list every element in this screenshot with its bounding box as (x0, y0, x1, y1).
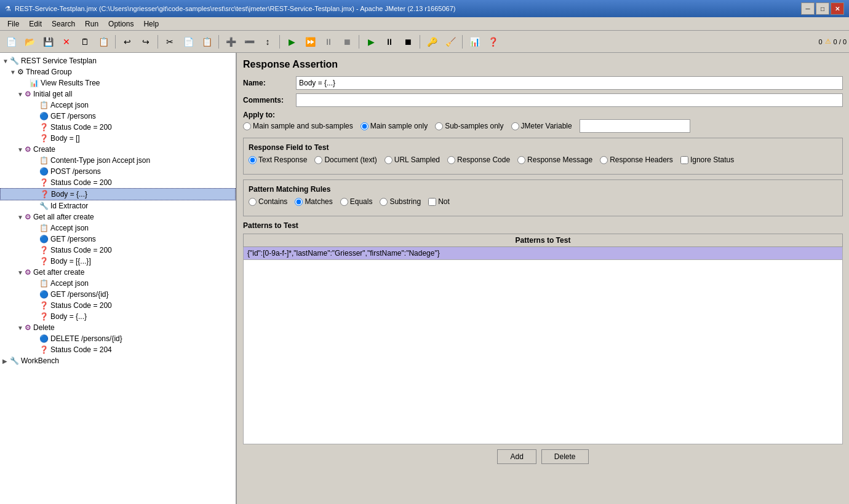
rf-response-code-radio[interactable] (447, 156, 455, 164)
cut-button[interactable]: ✂ (161, 34, 178, 50)
tree-item-status-code-200-4[interactable]: ❓ Status Code = 200 (0, 300, 236, 311)
clear-toolbar-button[interactable]: ↕ (259, 34, 276, 50)
tree-item-id-extractor[interactable]: 🔧 Id Extractor (0, 200, 236, 211)
apply-sub-only-radio[interactable] (435, 122, 443, 130)
tree-item-thread-group[interactable]: ▼ ⚙ Thread Group (0, 66, 236, 77)
shutdown-remote-button[interactable]: ⏹ (399, 34, 417, 50)
new-button[interactable]: 📄 (2, 34, 20, 50)
stop-button[interactable]: ⏸ (320, 34, 337, 50)
tree-item-accept-json-3[interactable]: 📋 Accept json (0, 278, 236, 289)
start-no-pause-button[interactable]: ⏩ (301, 34, 319, 50)
menu-search[interactable]: Search (47, 18, 80, 30)
tree-item-status-code-200-2[interactable]: ❓ Status Code = 200 (0, 177, 236, 188)
clear-all-button[interactable]: 🧹 (442, 34, 459, 50)
maximize-button[interactable]: □ (816, 2, 829, 15)
start-remote-button[interactable]: ▶ (362, 34, 380, 50)
name-input[interactable] (296, 76, 843, 90)
rf-document[interactable]: Document (text) (314, 156, 377, 164)
tree-item-body-arr[interactable]: ❓ Body = [{...}] (0, 256, 236, 267)
tree-item-accept-json-2[interactable]: 📋 Accept json (0, 222, 236, 234)
pm-matches-radio[interactable] (295, 198, 303, 206)
rf-response-code[interactable]: Response Code (447, 156, 510, 164)
tree-item-delete-persons-id[interactable]: 🔵 DELETE /persons/{id} (0, 333, 236, 344)
redo-button[interactable]: ↪ (137, 34, 154, 50)
rf-document-radio[interactable] (314, 156, 322, 164)
tree-item-status-code-204[interactable]: ❓ Status Code = 204 (0, 344, 236, 355)
stop-remote-button[interactable]: ⏸ (381, 34, 398, 50)
tree-item-get-all-after-create[interactable]: ▼ ⚙ Get all after create (0, 211, 236, 222)
rf-response-headers[interactable]: Response Headers (600, 156, 673, 164)
pm-not-checkbox[interactable] (428, 198, 436, 206)
rf-response-headers-radio[interactable] (600, 156, 608, 164)
rf-ignore-status-checkbox[interactable] (680, 156, 688, 164)
rf-text-response-radio[interactable] (249, 156, 257, 164)
tree-item-view-results[interactable]: 📊 View Results Tree (0, 77, 236, 89)
aggregate-button[interactable]: 📊 (466, 34, 483, 50)
pm-matches[interactable]: Matches (295, 197, 332, 206)
tree-item-body-empty[interactable]: ❓ Body = [] (0, 133, 236, 144)
apply-main-sub-radio[interactable] (243, 122, 251, 130)
remove-toolbar-button[interactable]: ➖ (241, 34, 258, 50)
pm-equals[interactable]: Equals (340, 197, 373, 206)
start-button[interactable]: ▶ (283, 34, 300, 50)
apply-sub-only[interactable]: Sub-samples only (435, 122, 503, 130)
pattern-row-1[interactable]: {"id":[0-9a-f-]*,"lastName":"Griesser","… (244, 247, 843, 260)
save-all-button[interactable]: 🗒 (76, 34, 94, 50)
rf-url-sampled[interactable]: URL Sampled (385, 156, 440, 164)
add-pattern-button[interactable]: Add (497, 449, 536, 464)
pm-contains[interactable]: Contains (249, 197, 287, 206)
apply-main-only[interactable]: Main sample only (361, 122, 428, 130)
menu-options[interactable]: Options (103, 18, 138, 30)
undo-button[interactable]: ↩ (119, 34, 136, 50)
tree-item-initial-get-all[interactable]: ▼ ⚙ Initial get all (0, 89, 236, 100)
tree-item-workbench[interactable]: ▶ 🔧 WorkBench (0, 355, 236, 366)
menu-file[interactable]: File (2, 18, 24, 30)
pm-substring[interactable]: Substring (380, 197, 421, 206)
jmeter-variable-input[interactable] (580, 119, 690, 133)
tree-item-get-persons-id[interactable]: 🔵 GET /persons/{id} (0, 289, 236, 300)
tree-item-testplan[interactable]: ▼ 🔧 REST Service Testplan (0, 55, 236, 66)
menu-edit[interactable]: Edit (24, 18, 47, 30)
menu-run[interactable]: Run (80, 18, 103, 30)
tree-item-post-persons[interactable]: 🔵 POST /persons (0, 166, 236, 177)
templates-button[interactable]: 📋 (95, 34, 112, 50)
close-window-button[interactable]: ✕ (831, 2, 844, 15)
delete-pattern-button[interactable]: Delete (541, 449, 589, 464)
ssl-button[interactable]: 🔑 (423, 34, 440, 50)
paste-button[interactable]: 📋 (198, 34, 215, 50)
tree-item-body-obj-2[interactable]: ❓ Body = {...} (0, 311, 236, 322)
pm-not[interactable]: Not (428, 197, 450, 206)
tree-item-get-persons-2[interactable]: 🔵 GET /persons (0, 234, 236, 245)
apply-main-only-radio[interactable] (361, 122, 369, 130)
open-button[interactable]: 📂 (21, 34, 38, 50)
add-toolbar-button[interactable]: ➕ (222, 34, 239, 50)
save-button[interactable]: 💾 (39, 34, 57, 50)
pm-contains-radio[interactable] (249, 198, 257, 206)
tree-item-content-type[interactable]: 📋 Content-Type json Accept json (0, 155, 236, 166)
minimize-button[interactable]: ─ (801, 2, 815, 15)
close-button[interactable]: ✕ (58, 34, 75, 50)
rf-response-message[interactable]: Response Message (517, 156, 592, 164)
menu-help[interactable]: Help (138, 18, 164, 30)
pm-substring-radio[interactable] (380, 198, 388, 206)
comments-input[interactable] (296, 93, 843, 107)
tree-item-body-obj[interactable]: ❓ Body = {...} (0, 188, 236, 200)
apply-main-sub[interactable]: Main sample and sub-samples (243, 122, 353, 130)
apply-jmeter-var-radio[interactable] (511, 122, 519, 130)
tree-item-get-persons-1[interactable]: 🔵 GET /persons (0, 111, 236, 122)
rf-text-response[interactable]: Text Response (249, 156, 307, 164)
copy-button[interactable]: 📄 (180, 34, 197, 50)
rf-ignore-status[interactable]: Ignore Status (680, 156, 734, 164)
help-toolbar-button[interactable]: ❓ (484, 34, 501, 50)
tree-item-delete[interactable]: ▼ ⚙ Delete (0, 322, 236, 333)
tree-item-status-code-200-1[interactable]: ❓ Status Code = 200 (0, 122, 236, 133)
rf-response-message-radio[interactable] (517, 156, 525, 164)
pm-equals-radio[interactable] (340, 198, 348, 206)
apply-jmeter-var[interactable]: JMeter Variable (511, 122, 572, 130)
tree-item-get-after-create[interactable]: ▼ ⚙ Get after create (0, 267, 236, 278)
tree-item-status-code-200-3[interactable]: ❓ Status Code = 200 (0, 245, 236, 256)
rf-url-sampled-radio[interactable] (385, 156, 393, 164)
tree-item-accept-json-1[interactable]: 📋 Accept json (0, 100, 236, 111)
tree-item-create[interactable]: ▼ ⚙ Create (0, 144, 236, 155)
shutdown-button[interactable]: ⏹ (338, 34, 356, 50)
